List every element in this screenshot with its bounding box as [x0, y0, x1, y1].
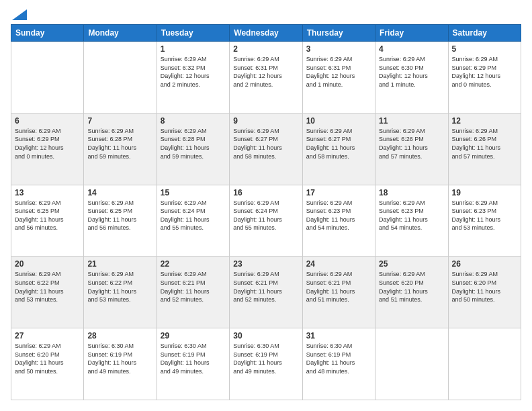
calendar-week-row: 1Sunrise: 6:29 AM Sunset: 6:32 PM Daylig…: [11, 42, 521, 113]
table-row: 6Sunrise: 6:29 AM Sunset: 6:29 PM Daylig…: [11, 113, 84, 185]
table-row: 3Sunrise: 6:29 AM Sunset: 6:31 PM Daylig…: [302, 42, 375, 113]
col-tuesday: Tuesday: [157, 25, 229, 42]
table-row: 2Sunrise: 6:29 AM Sunset: 6:31 PM Daylig…: [230, 42, 302, 113]
col-saturday: Saturday: [448, 25, 521, 42]
table-row: 5Sunrise: 6:29 AM Sunset: 6:29 PM Daylig…: [448, 42, 521, 113]
day-number: 2: [233, 44, 298, 54]
day-info: Sunrise: 6:29 AM Sunset: 6:21 PM Dayligh…: [161, 270, 226, 304]
day-number: 18: [379, 188, 444, 197]
day-number: 24: [306, 259, 371, 269]
day-info: Sunrise: 6:29 AM Sunset: 6:26 PM Dayligh…: [379, 127, 444, 161]
table-row: 21Sunrise: 6:29 AM Sunset: 6:22 PM Dayli…: [84, 257, 157, 328]
day-number: 5: [452, 44, 517, 54]
day-info: Sunrise: 6:29 AM Sunset: 6:25 PM Dayligh…: [87, 199, 152, 232]
day-info: Sunrise: 6:29 AM Sunset: 6:23 PM Dayligh…: [379, 199, 444, 232]
day-number: 19: [452, 188, 517, 197]
day-number: 28: [87, 331, 152, 340]
table-row: [448, 328, 521, 400]
day-info: Sunrise: 6:29 AM Sunset: 6:28 PM Dayligh…: [161, 127, 226, 161]
day-info: Sunrise: 6:29 AM Sunset: 6:21 PM Dayligh…: [306, 270, 371, 304]
table-row: 30Sunrise: 6:30 AM Sunset: 6:19 PM Dayli…: [230, 328, 302, 400]
day-number: 10: [306, 116, 371, 126]
day-info: Sunrise: 6:29 AM Sunset: 6:29 PM Dayligh…: [15, 127, 80, 161]
day-info: Sunrise: 6:29 AM Sunset: 6:25 PM Dayligh…: [15, 199, 80, 232]
day-number: 23: [233, 259, 298, 269]
day-number: 11: [379, 116, 444, 126]
day-info: Sunrise: 6:29 AM Sunset: 6:31 PM Dayligh…: [306, 55, 371, 89]
table-row: 22Sunrise: 6:29 AM Sunset: 6:21 PM Dayli…: [157, 257, 229, 328]
day-number: 13: [15, 188, 80, 197]
day-info: Sunrise: 6:29 AM Sunset: 6:31 PM Dayligh…: [233, 55, 298, 89]
calendar-header-row: Sunday Monday Tuesday Wednesday Thursday…: [11, 25, 521, 42]
calendar-week-row: 13Sunrise: 6:29 AM Sunset: 6:25 PM Dayli…: [11, 185, 521, 257]
day-number: 16: [233, 188, 298, 197]
table-row: 26Sunrise: 6:29 AM Sunset: 6:20 PM Dayli…: [448, 257, 521, 328]
day-info: Sunrise: 6:29 AM Sunset: 6:27 PM Dayligh…: [306, 127, 371, 161]
day-number: 22: [161, 259, 226, 269]
calendar-table: Sunday Monday Tuesday Wednesday Thursday…: [11, 24, 521, 400]
day-number: 30: [233, 331, 298, 340]
table-row: 10Sunrise: 6:29 AM Sunset: 6:27 PM Dayli…: [302, 113, 375, 185]
day-number: 8: [161, 116, 226, 126]
table-row: 19Sunrise: 6:29 AM Sunset: 6:23 PM Dayli…: [448, 185, 521, 257]
day-info: Sunrise: 6:29 AM Sunset: 6:32 PM Dayligh…: [161, 55, 226, 89]
table-row: 17Sunrise: 6:29 AM Sunset: 6:23 PM Dayli…: [302, 185, 375, 257]
logo-icon: [12, 9, 27, 20]
table-row: 23Sunrise: 6:29 AM Sunset: 6:21 PM Dayli…: [230, 257, 302, 328]
table-row: 13Sunrise: 6:29 AM Sunset: 6:25 PM Dayli…: [11, 185, 84, 257]
day-info: Sunrise: 6:30 AM Sunset: 6:19 PM Dayligh…: [306, 342, 371, 375]
day-number: 12: [452, 116, 517, 126]
header: [11, 11, 521, 17]
col-wednesday: Wednesday: [230, 25, 302, 42]
col-thursday: Thursday: [302, 25, 375, 42]
table-row: 15Sunrise: 6:29 AM Sunset: 6:24 PM Dayli…: [157, 185, 229, 257]
table-row: [375, 328, 448, 400]
day-number: 9: [233, 116, 298, 126]
calendar-week-row: 6Sunrise: 6:29 AM Sunset: 6:29 PM Daylig…: [11, 113, 521, 185]
table-row: 31Sunrise: 6:30 AM Sunset: 6:19 PM Dayli…: [302, 328, 375, 400]
day-number: 26: [452, 259, 517, 269]
table-row: 16Sunrise: 6:29 AM Sunset: 6:24 PM Dayli…: [230, 185, 302, 257]
day-info: Sunrise: 6:29 AM Sunset: 6:29 PM Dayligh…: [452, 55, 517, 89]
page: Sunday Monday Tuesday Wednesday Thursday…: [0, 0, 532, 411]
table-row: 28Sunrise: 6:30 AM Sunset: 6:19 PM Dayli…: [84, 328, 157, 400]
day-info: Sunrise: 6:30 AM Sunset: 6:19 PM Dayligh…: [87, 342, 152, 375]
day-info: Sunrise: 6:29 AM Sunset: 6:23 PM Dayligh…: [306, 199, 371, 232]
table-row: 24Sunrise: 6:29 AM Sunset: 6:21 PM Dayli…: [302, 257, 375, 328]
day-number: 27: [15, 331, 80, 340]
day-info: Sunrise: 6:29 AM Sunset: 6:28 PM Dayligh…: [87, 127, 152, 161]
table-row: 9Sunrise: 6:29 AM Sunset: 6:27 PM Daylig…: [230, 113, 302, 185]
calendar-week-row: 27Sunrise: 6:29 AM Sunset: 6:20 PM Dayli…: [11, 328, 521, 400]
day-number: 31: [306, 331, 371, 340]
table-row: 4Sunrise: 6:29 AM Sunset: 6:30 PM Daylig…: [375, 42, 448, 113]
day-number: 1: [161, 44, 226, 54]
day-number: 25: [379, 259, 444, 269]
calendar-week-row: 20Sunrise: 6:29 AM Sunset: 6:22 PM Dayli…: [11, 257, 521, 328]
day-number: 4: [379, 44, 444, 54]
day-info: Sunrise: 6:29 AM Sunset: 6:22 PM Dayligh…: [87, 270, 152, 304]
svg-marker-0: [12, 9, 27, 20]
table-row: 8Sunrise: 6:29 AM Sunset: 6:28 PM Daylig…: [157, 113, 229, 185]
table-row: 12Sunrise: 6:29 AM Sunset: 6:26 PM Dayli…: [448, 113, 521, 185]
day-number: 7: [87, 116, 152, 126]
day-info: Sunrise: 6:29 AM Sunset: 6:26 PM Dayligh…: [452, 127, 517, 161]
col-sunday: Sunday: [11, 25, 84, 42]
day-info: Sunrise: 6:29 AM Sunset: 6:20 PM Dayligh…: [15, 342, 80, 375]
table-row: 11Sunrise: 6:29 AM Sunset: 6:26 PM Dayli…: [375, 113, 448, 185]
day-info: Sunrise: 6:29 AM Sunset: 6:23 PM Dayligh…: [452, 199, 517, 232]
table-row: 14Sunrise: 6:29 AM Sunset: 6:25 PM Dayli…: [84, 185, 157, 257]
table-row: [84, 42, 157, 113]
table-row: 27Sunrise: 6:29 AM Sunset: 6:20 PM Dayli…: [11, 328, 84, 400]
table-row: 7Sunrise: 6:29 AM Sunset: 6:28 PM Daylig…: [84, 113, 157, 185]
col-monday: Monday: [84, 25, 157, 42]
day-info: Sunrise: 6:29 AM Sunset: 6:21 PM Dayligh…: [233, 270, 298, 304]
day-number: 20: [15, 259, 80, 269]
day-info: Sunrise: 6:29 AM Sunset: 6:20 PM Dayligh…: [452, 270, 517, 304]
table-row: 1Sunrise: 6:29 AM Sunset: 6:32 PM Daylig…: [157, 42, 229, 113]
day-number: 15: [161, 188, 226, 197]
col-friday: Friday: [375, 25, 448, 42]
table-row: 29Sunrise: 6:30 AM Sunset: 6:19 PM Dayli…: [157, 328, 229, 400]
day-number: 21: [87, 259, 152, 269]
day-info: Sunrise: 6:29 AM Sunset: 6:27 PM Dayligh…: [233, 127, 298, 161]
day-info: Sunrise: 6:29 AM Sunset: 6:24 PM Dayligh…: [161, 199, 226, 232]
